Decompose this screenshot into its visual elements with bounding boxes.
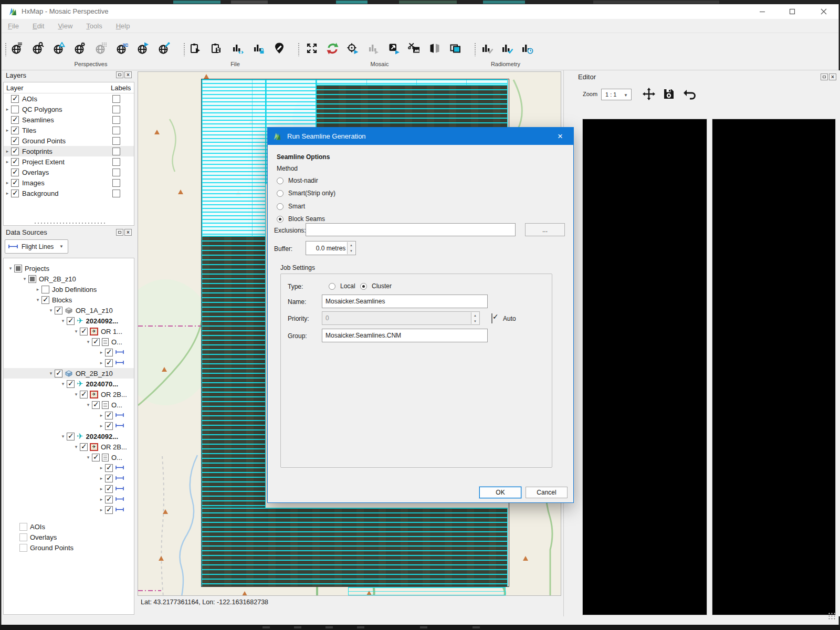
- layer-row-selected[interactable]: ▸Footprints: [4, 146, 134, 156]
- item-checkbox[interactable]: [19, 533, 27, 541]
- tree-row[interactable]: ▾✈OR 2B...: [4, 389, 134, 400]
- statistics-run-disabled-icon[interactable]: [366, 40, 380, 56]
- toolbar-handle[interactable]: [298, 43, 300, 56]
- labels-checkbox[interactable]: [112, 116, 120, 124]
- radio-selected-icon[interactable]: [277, 216, 284, 223]
- tree-checkbox[interactable]: [105, 422, 113, 430]
- undo-icon[interactable]: [684, 89, 696, 102]
- job-name-input[interactable]: Mosaicker.Seamlines: [322, 295, 488, 308]
- globe-run-icon[interactable]: [136, 40, 150, 56]
- maximize-icon[interactable]: [780, 4, 804, 19]
- tree-row[interactable]: ▸: [4, 421, 134, 431]
- tree-row[interactable]: ▸: [4, 484, 134, 494]
- overlap-view-icon[interactable]: [448, 40, 462, 56]
- tree-row[interactable]: ▾✈OR 1...: [4, 326, 134, 337]
- collapse-icon[interactable]: ▾: [59, 381, 67, 386]
- collapse-icon[interactable]: ▾: [7, 266, 14, 271]
- tree-checkbox[interactable]: [92, 454, 100, 461]
- layer-row[interactable]: ▸Project Extent: [4, 156, 134, 167]
- close-panel-icon[interactable]: ×: [124, 71, 132, 78]
- ok-button[interactable]: OK: [479, 487, 521, 498]
- layer-checkbox[interactable]: [11, 106, 19, 113]
- compare-flip-icon[interactable]: [428, 40, 442, 56]
- tree-checkbox[interactable]: [105, 496, 113, 503]
- layer-checkbox[interactable]: [11, 95, 19, 103]
- expand-icon[interactable]: ▸: [98, 486, 105, 491]
- expand-icon[interactable]: ▸: [4, 191, 11, 196]
- tree-checkbox[interactable]: [28, 275, 36, 283]
- dialog-titlebar[interactable]: Run Seamline Generation ×: [268, 128, 573, 145]
- globe-3d-icon[interactable]: 3D: [115, 40, 129, 56]
- expand-icon[interactable]: ▸: [98, 423, 105, 428]
- method-option-most-nadir[interactable]: Most-nadir: [277, 176, 318, 185]
- list-item[interactable]: Overlays: [4, 532, 134, 542]
- browse-exclusions-button[interactable]: ...: [525, 223, 565, 236]
- radio-icon[interactable]: [329, 283, 335, 290]
- layer-row[interactable]: ▸QC Polygons: [4, 104, 134, 114]
- resize-grip[interactable]: [828, 612, 835, 620]
- dialog-close-icon[interactable]: ×: [549, 128, 571, 145]
- layer-row[interactable]: Ground Points: [4, 135, 134, 146]
- collapse-icon[interactable]: ▾: [21, 276, 28, 281]
- tree-checkbox[interactable]: [105, 464, 113, 472]
- labels-checkbox[interactable]: [112, 190, 120, 197]
- float-panel-icon[interactable]: [116, 229, 123, 236]
- tree-row[interactable]: ▾O...: [4, 452, 134, 463]
- zoom-ratio-dropdown[interactable]: 1 : 1 ▼: [601, 89, 632, 100]
- float-panel-icon[interactable]: [116, 71, 123, 78]
- crop-image-icon[interactable]: [407, 40, 421, 56]
- auto-checkbox[interactable]: [491, 313, 492, 323]
- globe-list-icon[interactable]: [10, 40, 24, 56]
- item-checkbox[interactable]: [19, 544, 27, 552]
- expand-icon[interactable]: ▸: [98, 507, 105, 512]
- layer-row[interactable]: AOIs: [4, 93, 134, 104]
- refresh-icon[interactable]: [326, 40, 339, 56]
- menu-help[interactable]: Help: [116, 22, 130, 30]
- layer-row[interactable]: Seamlines: [4, 114, 134, 125]
- toolbar-handle[interactable]: [474, 43, 476, 56]
- collapse-icon[interactable]: ▾: [85, 455, 92, 460]
- method-option-block-seams[interactable]: Block Seams: [277, 215, 325, 223]
- layer-checkbox[interactable]: [11, 158, 19, 166]
- pin-edit-icon[interactable]: [272, 40, 286, 56]
- tree-row[interactable]: ▸: [4, 463, 134, 473]
- expand-icon[interactable]: ▸: [4, 149, 11, 154]
- radio-icon[interactable]: [277, 177, 284, 184]
- collapse-icon[interactable]: ▾: [72, 444, 80, 449]
- tree-checkbox[interactable]: [55, 307, 62, 314]
- expand-icon[interactable]: ▸: [98, 497, 105, 502]
- expand-icon[interactable]: ▸: [4, 159, 11, 164]
- labels-checkbox[interactable]: [112, 137, 120, 145]
- tree-checkbox[interactable]: [105, 506, 113, 514]
- tree-checkbox[interactable]: [14, 265, 22, 272]
- source-type-dropdown[interactable]: Flight Lines ▼: [5, 239, 68, 254]
- tree-row[interactable]: ▸: [4, 473, 134, 484]
- tree-checkbox[interactable]: [41, 286, 49, 293]
- layers-column-labels[interactable]: Labels: [111, 84, 131, 92]
- collapse-icon[interactable]: ▾: [72, 392, 80, 397]
- labels-checkbox[interactable]: [112, 106, 120, 113]
- tree-checkbox[interactable]: [92, 401, 100, 409]
- collapse-icon[interactable]: ▾: [85, 339, 92, 344]
- tree-row-selected[interactable]: ▾OR_2B_z10: [4, 368, 134, 379]
- tree-row[interactable]: ▸Job Definitions: [4, 284, 134, 295]
- expand-icon[interactable]: ▸: [4, 107, 11, 112]
- menu-file[interactable]: File: [8, 22, 19, 30]
- layer-checkbox[interactable]: [11, 190, 19, 197]
- collapse-icon[interactable]: ▾: [47, 308, 55, 313]
- layers-column-layer[interactable]: Layer: [6, 84, 24, 92]
- tree-checkbox[interactable]: [55, 370, 62, 377]
- statistics-options-icon[interactable]: [230, 40, 244, 56]
- spinner-arrows-icon[interactable]: ▲▼: [347, 242, 355, 254]
- labels-checkbox[interactable]: [112, 158, 120, 166]
- tree-checkbox[interactable]: [80, 391, 88, 398]
- collapse-icon[interactable]: ▾: [47, 371, 55, 376]
- seamline-run-icon[interactable]: [346, 40, 360, 56]
- tree-row[interactable]: ▾Blocks: [4, 295, 134, 305]
- globe-search-icon[interactable]: [31, 40, 45, 56]
- expand-icon[interactable]: ▸: [98, 350, 105, 355]
- tree-row[interactable]: ▸: [4, 494, 134, 505]
- tree-checkbox[interactable]: [92, 338, 100, 346]
- list-item[interactable]: Ground Points: [4, 542, 134, 553]
- layer-row[interactable]: ▸Tiles: [4, 125, 134, 135]
